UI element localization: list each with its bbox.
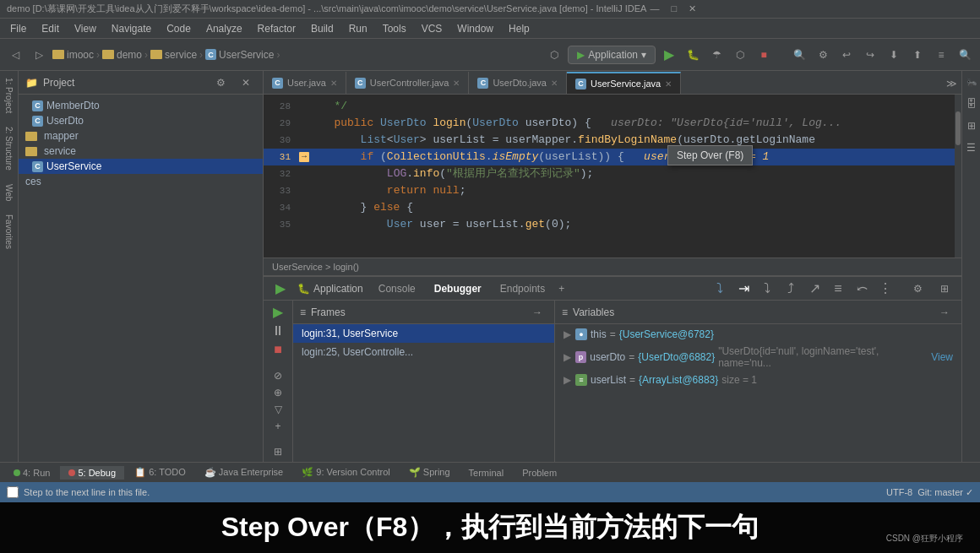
code-area[interactable]: 28 */ 29 public UserDto login(UserDto us… <box>264 95 961 258</box>
ant-build-icon[interactable]: 🐜 <box>964 74 979 89</box>
tab-usercontroller-java[interactable]: C UserController.java ✕ <box>346 72 470 94</box>
undo-btn[interactable]: ↩ <box>836 45 857 65</box>
bean-validation-icon[interactable]: ☰ <box>964 140 979 155</box>
var-item-this[interactable]: ▶ ● this = {UserService@6782} <box>555 326 961 343</box>
left-strip-project[interactable]: 1: Project <box>4 74 14 117</box>
step-over-active-btn[interactable]: ⇥ <box>733 279 754 299</box>
coverage-btn[interactable]: ☂ <box>706 45 727 65</box>
run-to-cursor-btn[interactable]: ↗ <box>804 279 825 299</box>
debug-tab-endpoints[interactable]: Endpoints <box>492 281 553 296</box>
uc-tab-close[interactable]: ✕ <box>453 79 460 88</box>
menu-file[interactable]: File <box>3 21 33 36</box>
menu-code[interactable]: Code <box>160 21 198 36</box>
tree-item-mapper[interactable]: mapper <box>19 128 263 144</box>
user-tab-close[interactable]: ✕ <box>330 79 337 88</box>
var-dto-expand[interactable]: ▶ <box>564 351 572 363</box>
debug-tab-console[interactable]: Console <box>370 281 424 296</box>
sidebar-gear-btn[interactable]: ⚙ <box>210 73 231 93</box>
left-strip-favorites[interactable]: Favorites <box>4 211 14 252</box>
debug-tab-plus[interactable]: + <box>555 283 568 295</box>
view-bp-btn[interactable]: ⊕ <box>268 386 288 399</box>
profile-btn[interactable]: ⬡ <box>730 45 750 65</box>
mute-bp-btn[interactable]: ⊘ <box>268 368 288 382</box>
tab-user-java[interactable]: C User.java ✕ <box>264 72 346 94</box>
forward-btn[interactable]: ▷ <box>29 45 49 65</box>
restore-layout-btn[interactable]: ⊞ <box>268 445 288 458</box>
step-into-btn[interactable]: ⤵ <box>757 279 777 299</box>
step-checkbox[interactable] <box>7 486 19 498</box>
redo-btn[interactable]: ↪ <box>860 45 880 65</box>
menu-refactor[interactable]: Refactor <box>251 21 302 36</box>
breadcrumb-userservice[interactable]: UserService <box>219 49 274 61</box>
var-dto-view-link[interactable]: View <box>931 351 953 363</box>
var-this-expand[interactable]: ▶ <box>564 328 572 340</box>
ud-tab-close[interactable]: ✕ <box>551 79 558 88</box>
tab-userdto-java[interactable]: C UserDto.java ✕ <box>469 72 567 94</box>
add-watch-btn[interactable]: + <box>268 420 288 433</box>
database-icon[interactable]: 🗄 <box>964 96 979 111</box>
debug-tab-debugger[interactable]: Debugger <box>426 281 490 296</box>
debug-layout-btn[interactable]: ⊞ <box>934 279 955 299</box>
us-tab-close[interactable]: ✕ <box>665 79 672 89</box>
structure-icon[interactable]: ⊞ <box>964 118 979 133</box>
close-btn[interactable]: ✕ <box>685 3 700 14</box>
run-btn[interactable]: ▶ <box>659 45 679 65</box>
bottom-tab-javaee[interactable]: ☕ Java Enterprise <box>196 465 291 480</box>
breadcrumb-demo[interactable]: demo <box>117 49 142 61</box>
variables-options-btn[interactable]: → <box>934 302 955 323</box>
step-out-btn[interactable]: ⤴ <box>781 279 801 299</box>
breadcrumb-imooc[interactable]: imooc <box>67 49 94 61</box>
bottom-tab-vcs[interactable]: 🌿 9: Version Control <box>293 465 399 480</box>
menu-build[interactable]: Build <box>304 21 340 36</box>
tree-item-userservice[interactable]: C UserService <box>19 159 263 174</box>
var-list-expand[interactable]: ▶ <box>564 374 572 386</box>
pause-program-btn[interactable]: ⏸ <box>268 323 288 339</box>
back-btn[interactable]: ◁ <box>5 45 25 65</box>
menu-run[interactable]: Run <box>342 21 374 36</box>
menu-view[interactable]: View <box>68 21 103 36</box>
build-btn[interactable]: ⬡ <box>544 45 564 65</box>
git-update-btn[interactable]: ⬇ <box>884 45 904 65</box>
frames-options-btn[interactable]: → <box>527 302 547 323</box>
maximize-btn[interactable]: □ <box>667 3 680 14</box>
debug-btn[interactable]: 🐛 <box>683 45 703 65</box>
menu-vcs[interactable]: VCS <box>415 21 449 36</box>
left-strip-structure[interactable]: 2: Structure <box>4 123 14 174</box>
breadcrumb-service[interactable]: service <box>165 49 197 61</box>
menu-analyze[interactable]: Analyze <box>199 21 249 36</box>
debug-resume-btn[interactable]: ▶ <box>270 279 291 299</box>
frame-item-0[interactable]: login:31, UserService <box>293 324 554 343</box>
tree-item-userdto[interactable]: C UserDto <box>19 113 263 128</box>
search-everywhere-btn[interactable]: 🔍 <box>789 45 809 65</box>
resume-program-btn[interactable]: ▶ <box>268 304 288 320</box>
tree-item-service[interactable]: service <box>19 144 263 159</box>
tab-userservice-java[interactable]: C UserService.java ✕ <box>567 72 681 94</box>
stop-debug-btn[interactable]: ■ <box>268 342 288 357</box>
var-item-userlist[interactable]: ▶ ≡ userList = {ArrayList@6883} size = 1 <box>555 371 961 388</box>
menu-navigate[interactable]: Navigate <box>105 21 158 36</box>
tab-overflow-btn[interactable]: ≫ <box>941 73 961 94</box>
step-over-btn[interactable]: ⤵ <box>710 279 730 299</box>
run-config-btn[interactable]: ▶ Application ▾ <box>568 46 656 64</box>
bottom-tab-spring[interactable]: 🌱 Spring <box>400 465 459 480</box>
drop-frame-btn[interactable]: ⤺ <box>852 279 872 299</box>
stop-btn[interactable]: ■ <box>754 45 774 65</box>
menu-window[interactable]: Window <box>450 21 500 36</box>
evaluate-btn[interactable]: ≡ <box>828 279 848 299</box>
more-debug-btn[interactable]: ⋮ <box>875 279 896 299</box>
bottom-tab-run[interactable]: 4: Run <box>5 466 58 480</box>
frame-item-1[interactable]: login:25, UserControlle... <box>293 343 554 361</box>
menu-help[interactable]: Help <box>502 21 536 36</box>
menu-edit[interactable]: Edit <box>35 21 66 36</box>
tree-item-memberdto[interactable]: C MemberDto <box>19 98 263 113</box>
editor-scrollbar[interactable] <box>955 95 961 258</box>
bottom-tab-problems[interactable]: Problem <box>514 466 565 480</box>
structure-view-btn[interactable]: ≡ <box>931 45 951 65</box>
sidebar-close-btn[interactable]: ✕ <box>236 73 256 93</box>
bottom-tab-terminal[interactable]: Terminal <box>460 466 513 480</box>
scrollbar-thumb[interactable] <box>956 111 961 145</box>
git-push-btn[interactable]: ⬆ <box>907 45 928 65</box>
settings-btn[interactable]: ⚙ <box>813 45 833 65</box>
left-strip-web[interactable]: Web <box>4 181 14 204</box>
bottom-tab-debug[interactable]: 5: Debug <box>60 466 124 480</box>
